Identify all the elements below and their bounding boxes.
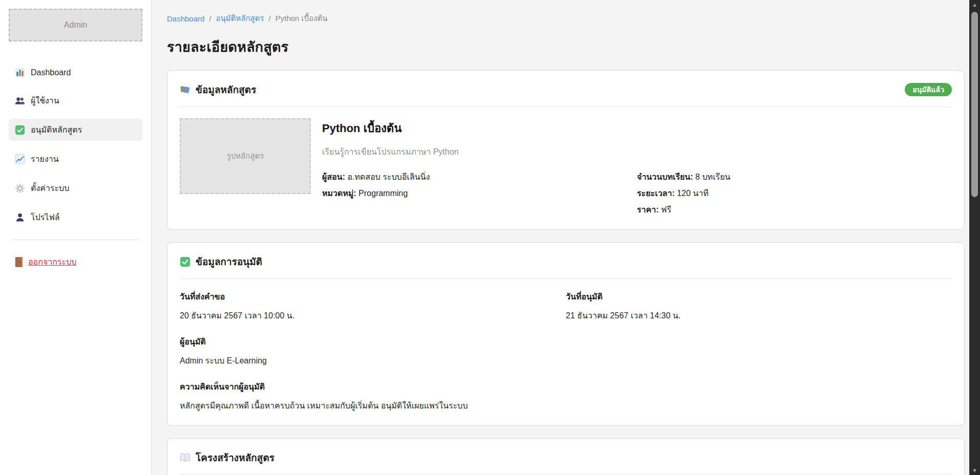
instructor-label: ผู้สอน: bbox=[322, 172, 345, 181]
breadcrumb-link-dashboard[interactable]: Dashboard bbox=[167, 14, 204, 23]
door-icon bbox=[15, 257, 23, 267]
page-title: รายละเอียดหลักสูตร bbox=[167, 36, 965, 58]
admin-logo-label: Admin bbox=[64, 20, 87, 30]
logout-label: ออกจากระบบ bbox=[28, 255, 76, 268]
sidebar-item-approve-courses[interactable]: อนุมัติหลักสูตร bbox=[9, 119, 142, 141]
duration-row: ระยะเวลา: 120 นาที bbox=[637, 187, 952, 200]
approver-comment-block: ความคิดเห็นจากผู้อนุมัติ หลักสูตรมีคุณภา… bbox=[180, 380, 952, 412]
instructor-value: อ.ทดสอบ ระบบอีเลินนิ่ง bbox=[347, 172, 430, 181]
sidebar-item-label: รายงาน bbox=[31, 153, 59, 165]
course-image-placeholder-label: รูปหลักสูตร bbox=[227, 150, 264, 162]
bar-chart-icon bbox=[15, 68, 25, 78]
sidebar-item-settings[interactable]: ตั้งค่าระบบ bbox=[9, 177, 142, 199]
duration-label: ระยะเวลา: bbox=[637, 189, 675, 198]
approve-date-block: วันที่อนุมัติ 21 ธันวาคม 2567 เวลา 14:30… bbox=[566, 290, 952, 322]
category-row: หมวดหมู่: Programming bbox=[322, 187, 637, 200]
course-details-right: จำนวนบทเรียน: 8 บทเรียน ระยะเวลา: 120 นา… bbox=[637, 170, 952, 216]
price-label: ราคา: bbox=[637, 205, 659, 214]
person-icon bbox=[15, 212, 25, 223]
instructor-row: ผู้สอน: อ.ทดสอบ ระบบอีเลินนิ่ง bbox=[322, 170, 637, 183]
users-icon bbox=[15, 96, 25, 106]
gear-icon bbox=[15, 183, 25, 193]
sidebar-divider bbox=[12, 240, 139, 240]
approve-date-value: 21 ธันวาคม 2567 เวลา 14:30 น. bbox=[566, 309, 952, 322]
sidebar-item-label: Dashboard bbox=[31, 68, 71, 77]
card-divider bbox=[180, 106, 952, 107]
breadcrumb-separator: / bbox=[269, 14, 271, 23]
course-card-title: ข้อมูลหลักสูตร bbox=[196, 82, 256, 97]
sidebar-item-label: ผู้ใช้งาน bbox=[31, 94, 59, 107]
scrollbar-thumb[interactable] bbox=[971, 12, 978, 197]
scroll-down-arrow[interactable]: ▼ bbox=[972, 466, 977, 475]
breadcrumb-separator: / bbox=[209, 14, 211, 23]
comment-value: หลักสูตรมีคุณภาพดี เนื้อหาครบถ้วน เหมาะส… bbox=[180, 399, 952, 412]
approver-block: ผู้อนุมัติ Admin ระบบ E-Learning bbox=[180, 335, 952, 367]
duration-value: 120 นาที bbox=[677, 189, 709, 198]
sidebar-item-label: ตั้งค่าระบบ bbox=[31, 182, 69, 195]
course-details-left: ผู้สอน: อ.ทดสอบ ระบบอีเลินนิ่ง หมวดหมู่:… bbox=[322, 170, 637, 216]
category-value: Programming bbox=[358, 189, 408, 198]
check-icon bbox=[180, 256, 190, 267]
admin-logo: Admin bbox=[9, 9, 142, 41]
main-content: Dashboard / อนุมัติหลักสูตร / Python เบื… bbox=[152, 0, 980, 475]
price-value: ฟรี bbox=[661, 205, 671, 214]
request-date-block: วันที่ส่งคำขอ 20 ธันวาคม 2567 เวลา 10:00… bbox=[180, 290, 566, 322]
request-date-value: 20 ธันวาคม 2567 เวลา 10:00 น. bbox=[180, 309, 566, 322]
approval-info-card: ข้อมูลการอนุมัติ วันที่ส่งคำขอ 20 ธันวาค… bbox=[167, 242, 965, 426]
approval-card-title: ข้อมูลการอนุมัติ bbox=[196, 254, 262, 269]
sidebar-item-label: โปรไฟล์ bbox=[31, 211, 60, 224]
approver-label: ผู้อนุมัติ bbox=[180, 335, 952, 348]
sidebar-nav: Dashboard ผู้ใช้งาน อนุมัติหลักสูตร รายง… bbox=[9, 63, 142, 228]
request-date-label: วันที่ส่งคำขอ bbox=[180, 290, 566, 303]
check-icon bbox=[15, 125, 25, 135]
sidebar-item-dashboard[interactable]: Dashboard bbox=[9, 63, 142, 82]
sidebar-item-reports[interactable]: รายงาน bbox=[9, 148, 142, 170]
structure-card-title: โครงสร้างหลักสูตร bbox=[196, 450, 274, 465]
breadcrumb-link-approve-courses[interactable]: อนุมัติหลักสูตร bbox=[216, 12, 264, 25]
books-icon bbox=[180, 84, 190, 95]
scrollbar[interactable]: ▲ ▼ bbox=[969, 0, 980, 475]
logout-link[interactable]: ออกจากระบบ bbox=[9, 253, 142, 270]
sidebar-item-label: อนุมัติหลักสูตร bbox=[31, 123, 82, 136]
course-name: Python เบื้องต้น bbox=[322, 119, 952, 137]
scroll-up-arrow[interactable]: ▲ bbox=[972, 0, 977, 9]
lessons-label: จำนวนบทเรียน: bbox=[637, 172, 693, 181]
lessons-row: จำนวนบทเรียน: 8 บทเรียน bbox=[637, 170, 952, 183]
course-info-card: ข้อมูลหลักสูตร อนุมัติแล้ว รูปหลักสูตร P… bbox=[167, 70, 965, 230]
course-image-placeholder: รูปหลักสูตร bbox=[180, 118, 311, 194]
approver-value: Admin ระบบ E-Learning bbox=[180, 354, 952, 367]
lessons-value: 8 บทเรียน bbox=[695, 172, 730, 181]
price-row: ราคา: ฟรี bbox=[637, 203, 952, 216]
chart-up-icon bbox=[15, 154, 25, 164]
card-divider bbox=[180, 278, 952, 279]
breadcrumb: Dashboard / อนุมัติหลักสูตร / Python เบื… bbox=[167, 12, 965, 25]
course-description: เรียนรู้การเขียนโปรแกรมภาษา Python bbox=[322, 145, 952, 158]
category-label: หมวดหมู่: bbox=[322, 189, 356, 198]
sidebar-item-users[interactable]: ผู้ใช้งาน bbox=[9, 90, 142, 112]
sidebar: Admin Dashboard ผู้ใช้งาน อนุมัติหลักสูต… bbox=[0, 0, 152, 475]
sidebar-item-profile[interactable]: โปรไฟล์ bbox=[9, 206, 142, 228]
approve-date-label: วันที่อนุมัติ bbox=[566, 290, 952, 303]
open-book-icon bbox=[180, 452, 190, 463]
comment-label: ความคิดเห็นจากผู้อนุมัติ bbox=[180, 380, 952, 393]
course-structure-card: โครงสร้างหลักสูตร bbox=[167, 438, 965, 475]
breadcrumb-current: Python เบื้องต้น bbox=[275, 12, 328, 25]
status-badge: อนุมัติแล้ว bbox=[905, 83, 952, 96]
